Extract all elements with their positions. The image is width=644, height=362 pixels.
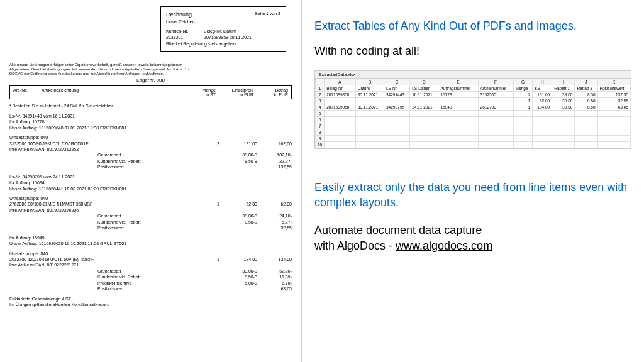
fakturierte-line: Fakturierte Gesamtmenge 4 ST. xyxy=(9,296,292,302)
excel-header-cell: KB xyxy=(533,85,552,92)
algodocs-url[interactable]: www.algodocs.com xyxy=(396,239,492,252)
excel-cell xyxy=(478,111,513,117)
kind-p: 8,50-8 xyxy=(219,219,257,225)
unser-zeichen-label: Unser Zeichen: xyxy=(166,19,280,25)
marketing-panel: Extract Tables of Any Kind Out of PDFs a… xyxy=(302,0,644,362)
invoice-header-box: Rechnung Seite 1 von 2 Unser Zeichen: Ku… xyxy=(160,6,286,52)
excel-cell xyxy=(597,129,630,136)
excel-cell xyxy=(384,117,410,123)
excel-cell xyxy=(597,111,630,117)
table-header: Art.-Nr. Artikelbezeichnung Mengein ST E… xyxy=(9,85,292,99)
pos-label: Positionswert xyxy=(9,286,185,292)
kind-label: Kundenindivid. Rabatt xyxy=(9,274,185,280)
ean-line: Ihre Artikelnr/EAN: 8019227261271 xyxy=(9,262,292,268)
excel-cell xyxy=(410,123,438,129)
excel-cell xyxy=(410,142,438,148)
excel-tab-name: ExtractedData.xlsx xyxy=(315,71,631,79)
excel-cell xyxy=(478,136,513,142)
item-group-3: Ihr Auftrag: 15949 Unser Auftrag: 101692… xyxy=(9,235,292,292)
item-group-1: Ls-Nr. 34291443 vom 16.11.2021 Ihr Auftr… xyxy=(9,113,292,170)
excel-cell xyxy=(438,136,478,142)
article-line: 2762000 80/100-21M/C 51MMST 360MSF xyxy=(9,201,185,207)
excel-cell xyxy=(438,117,478,123)
excel-cell xyxy=(410,117,438,123)
lager-nr: Lagernr. 000 xyxy=(9,77,292,83)
excel-cell: 6 xyxy=(316,117,325,123)
th-art: Art.-Nr. xyxy=(13,88,42,97)
excel-cell: 9 xyxy=(316,136,325,142)
excel-cell: 2 xyxy=(316,92,325,98)
auftrag-line: Ihr Auftrag: 15949 xyxy=(9,235,292,241)
unser-auftrag-line: Unser Auftrag: 1016889640 07.09.2021 12:… xyxy=(9,125,292,131)
betrag-val: 134,00 xyxy=(257,256,292,262)
preis-val: 131,00 xyxy=(219,141,257,146)
excel-header-cell: Rabatt 2 xyxy=(575,85,597,92)
excel-cell xyxy=(513,129,533,136)
excel-cell: 15778 xyxy=(438,92,478,98)
excel-header-cell: 1 xyxy=(316,85,325,92)
notice-line: * Bestellen Sie im Internet - 24 Std. fü… xyxy=(9,103,292,109)
betrag-val: 262,00 xyxy=(257,141,292,146)
kind-p: 8,50-8 xyxy=(219,274,257,280)
excel-header-cell: Positionswert xyxy=(597,85,630,92)
excel-cell: 10 xyxy=(316,142,325,148)
beleg-label: Beleg-Nr. Datum xyxy=(204,28,252,35)
excel-cell xyxy=(533,129,552,136)
kind-b: 22,27- xyxy=(257,158,292,164)
grund-label: Grundrabatt xyxy=(9,152,185,158)
excel-cell xyxy=(513,111,533,117)
excel-cell: 8.50 xyxy=(575,104,597,111)
th-menge-unit: in ST xyxy=(206,92,216,97)
menge-val: 2 xyxy=(185,141,219,146)
menge-val: 1 xyxy=(185,256,219,262)
excel-cell xyxy=(325,136,355,142)
konditions-line: Im Übrigen gelten die aktuellen Konditio… xyxy=(9,302,292,307)
excel-cell xyxy=(533,117,552,123)
excel-cell: 2071699858 xyxy=(325,92,355,98)
excel-cell xyxy=(438,142,478,148)
excel-cell xyxy=(478,129,513,136)
excel-cell xyxy=(325,111,355,117)
umsatz-line: Umsatzgruppe: 040 xyxy=(9,195,292,201)
excel-cell: 16.11.2021 xyxy=(410,92,438,98)
headline-4a: Automate document data capture xyxy=(314,224,482,236)
unser-auftrag-line: Unser Auftrag: 1016926630 16.10.2021 11:… xyxy=(9,241,292,246)
preis-val: 134,00 xyxy=(219,256,257,262)
legal-text: Alle unsere Lieferungen erfolgen unter E… xyxy=(9,63,198,77)
th-preis: Einzelpreis xyxy=(232,88,253,92)
excel-col-head: D xyxy=(410,79,438,85)
excel-col-head: H xyxy=(533,79,552,85)
th-betrag-unit: in EUR xyxy=(274,92,288,97)
excel-cell xyxy=(552,142,575,148)
excel-cell: 15949 xyxy=(438,104,478,111)
excel-cell: 3 xyxy=(316,98,325,104)
excel-cell xyxy=(513,123,533,129)
excel-cell: 8 xyxy=(316,129,325,136)
excel-cell xyxy=(410,111,438,117)
excel-col-head xyxy=(316,79,325,85)
ean-line: Ihre Artikelnr/EAN: 8019227276206 xyxy=(9,207,292,213)
excel-cell xyxy=(478,142,513,148)
ean-line: Ihre Artikelnr/EAN: 8019227313253 xyxy=(9,146,292,152)
kind-p: 8,50-8 xyxy=(219,158,257,164)
excel-header-cell: Artikelnummer xyxy=(478,85,513,92)
excel-cell xyxy=(384,98,410,104)
excel-cell xyxy=(410,136,438,142)
pos-label: Positionswert xyxy=(9,164,185,170)
kunden-label: Kunden-Nr. xyxy=(166,28,204,35)
excel-preview: ExtractedData.xlsx ABCDEFGHIJK1Beleg-Nr.… xyxy=(314,70,631,149)
excel-cell xyxy=(384,142,410,148)
excel-cell xyxy=(597,136,630,142)
headline-1: Extract Tables of Any Kind Out of PDFs a… xyxy=(314,19,631,33)
betrag-val: 62,00 xyxy=(257,201,292,207)
excel-cell: 131.00 xyxy=(533,92,552,98)
pos-label: Positionswert xyxy=(9,225,185,231)
excel-cell xyxy=(355,136,384,142)
excel-cell xyxy=(552,136,575,142)
excel-cell xyxy=(438,123,478,129)
excel-cell: 137.55 xyxy=(597,92,630,98)
excel-col-head: A xyxy=(325,79,355,85)
excel-col-head: J xyxy=(575,79,597,85)
excel-col-head: C xyxy=(384,79,410,85)
excel-col-head: K xyxy=(597,79,630,85)
